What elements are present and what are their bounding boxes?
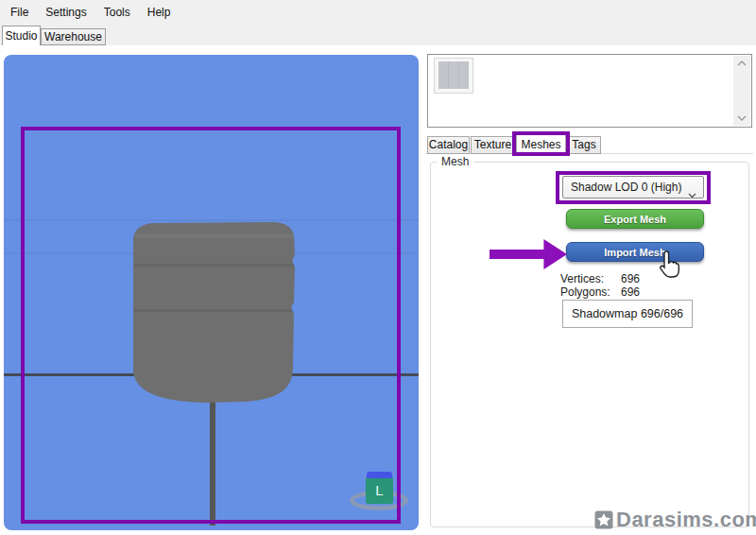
list-scrollbar[interactable] — [733, 56, 750, 126]
scroll-up-icon[interactable] — [733, 56, 750, 71]
main-tabstrip: Studio Warehouse — [0, 25, 756, 45]
item-thumbnail[interactable] — [434, 58, 473, 94]
annotation-rectangle-meshes-tab — [512, 131, 570, 156]
polygons-value: 696 — [621, 285, 640, 299]
menu-bar: File Settings Tools Help — [0, 0, 756, 25]
item-list[interactable] — [427, 54, 752, 128]
menu-tools[interactable]: Tools — [99, 3, 135, 22]
mesh-groupbox-title: Mesh — [437, 155, 473, 168]
annotation-rectangle-lod — [556, 171, 711, 204]
tab-catalog[interactable]: Catalog — [427, 136, 470, 154]
shadowmap-status: Shadowmap 696/696 — [562, 300, 693, 328]
hand-cursor-icon — [659, 250, 681, 282]
tab-studio[interactable]: Studio — [2, 26, 41, 45]
import-mesh-button[interactable]: Import Mesh — [566, 242, 704, 262]
watermark: Darasims.com — [594, 508, 756, 532]
tab-warehouse[interactable]: Warehouse — [41, 28, 106, 45]
star-icon — [594, 510, 613, 529]
watermark-text: Darasims.com — [616, 508, 756, 532]
menu-help[interactable]: Help — [143, 3, 176, 22]
model-viewport[interactable]: L — [4, 55, 419, 530]
export-mesh-button[interactable]: Export Mesh — [566, 209, 704, 229]
menu-settings[interactable]: Settings — [41, 3, 91, 22]
annotation-rectangle-viewport — [21, 127, 401, 524]
vertices-label: Vertices: — [560, 272, 604, 285]
menu-file[interactable]: File — [6, 3, 33, 22]
item-thumbnail-image — [438, 61, 469, 89]
tab-tags[interactable]: Tags — [567, 136, 601, 154]
vertices-value: 696 — [621, 272, 640, 285]
app-window: File Settings Tools Help Studio Warehous… — [0, 0, 756, 535]
tab-texture[interactable]: Texture — [471, 136, 515, 154]
polygons-label: Polygons: — [560, 285, 610, 299]
scroll-down-icon[interactable] — [733, 111, 750, 126]
